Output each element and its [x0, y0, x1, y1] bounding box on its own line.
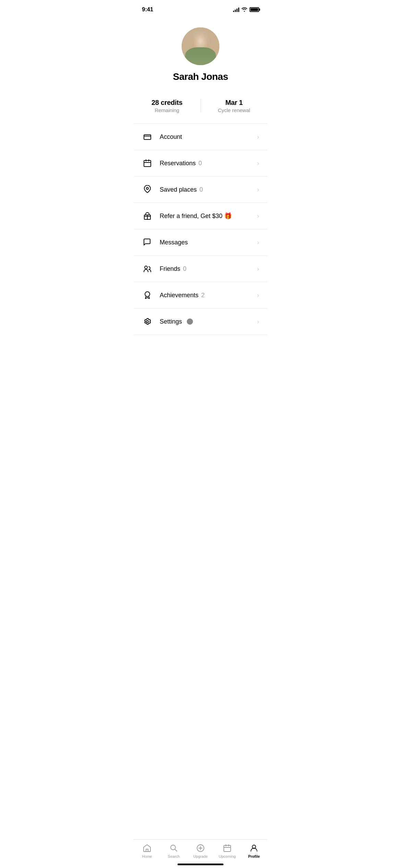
settings-chevron: › — [257, 318, 259, 325]
settings-icon — [142, 316, 153, 327]
reservations-label: Reservations 0 — [160, 160, 254, 167]
status-time: 9:41 — [142, 6, 153, 13]
account-icon — [142, 131, 153, 142]
menu-item-messages[interactable]: Messages › — [134, 229, 267, 256]
menu-list: Account › Reservations 0 › Saved pla — [134, 123, 267, 335]
menu-item-account[interactable]: Account › — [134, 124, 267, 150]
account-chevron: › — [257, 133, 259, 141]
refer-icon — [142, 210, 153, 221]
menu-item-achievements[interactable]: Achievements 2 › — [134, 282, 267, 309]
battery-icon — [250, 7, 259, 12]
status-bar: 9:41 — [134, 0, 267, 17]
svg-point-6 — [146, 321, 148, 323]
avatar — [182, 27, 219, 65]
friends-chevron: › — [257, 265, 259, 273]
settings-badge — [187, 318, 193, 325]
achievements-icon — [142, 290, 153, 301]
stats-row: 28 credits Remaining Mar 1 Cycle renewal — [134, 89, 267, 123]
profile-section: Sarah Jonas — [134, 17, 267, 89]
menu-item-friends[interactable]: Friends 0 › — [134, 256, 267, 282]
friends-label: Friends 0 — [160, 265, 254, 273]
credits-stat: 28 credits Remaining — [134, 99, 200, 113]
user-name: Sarah Jonas — [173, 71, 228, 82]
settings-label: Settings — [160, 318, 254, 325]
messages-label: Messages — [160, 239, 254, 246]
renewal-label: Cycle renewal — [218, 107, 250, 113]
signal-bars-icon — [233, 7, 239, 12]
menu-item-reservations[interactable]: Reservations 0 › — [134, 150, 267, 177]
saved-places-label: Saved places 0 — [160, 186, 254, 193]
renewal-value: Mar 1 — [225, 99, 243, 107]
credits-label: Remaining — [155, 107, 179, 113]
saved-places-icon — [142, 184, 153, 195]
saved-places-chevron: › — [257, 186, 259, 193]
reservations-chevron: › — [257, 160, 259, 167]
svg-point-5 — [145, 292, 150, 297]
svg-rect-1 — [144, 160, 151, 167]
friends-icon — [142, 263, 153, 274]
refer-chevron: › — [257, 213, 259, 220]
account-label: Account — [160, 133, 254, 141]
svg-rect-0 — [144, 135, 151, 140]
renewal-stat: Mar 1 Cycle renewal — [201, 99, 268, 113]
wifi-icon — [241, 7, 247, 13]
messages-chevron: › — [257, 239, 259, 246]
status-icons — [233, 7, 259, 13]
refer-label: Refer a friend, Get $30 🎁 — [160, 212, 254, 220]
svg-point-2 — [146, 188, 148, 190]
credits-value: 28 credits — [151, 99, 182, 107]
achievements-chevron: › — [257, 292, 259, 299]
main-content: Sarah Jonas 28 credits Remaining Mar 1 C… — [134, 17, 267, 369]
reservations-icon — [142, 158, 153, 169]
svg-point-4 — [145, 266, 147, 269]
menu-item-saved-places[interactable]: Saved places 0 › — [134, 177, 267, 203]
menu-item-settings[interactable]: Settings › — [134, 309, 267, 335]
messages-icon — [142, 237, 153, 248]
achievements-label: Achievements 2 — [160, 292, 254, 299]
menu-item-refer[interactable]: Refer a friend, Get $30 🎁 › — [134, 203, 267, 229]
